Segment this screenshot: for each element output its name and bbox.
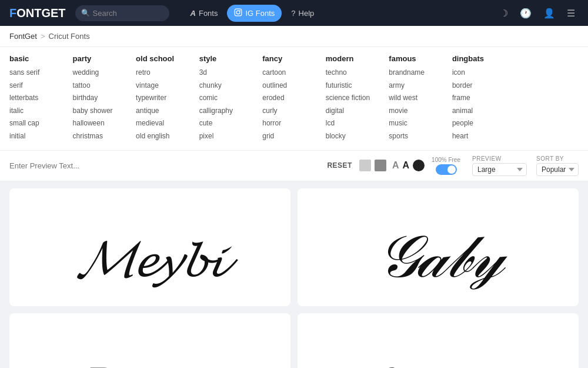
cat-link[interactable]: medieval [136, 117, 199, 130]
breadcrumb-separator: > [41, 32, 45, 41]
cat-link[interactable]: wild west [389, 92, 452, 105]
cat-link[interactable]: lcd [326, 117, 389, 130]
cat-link[interactable]: brandname [389, 67, 452, 79]
mid-color-option[interactable] [375, 160, 386, 171]
cat-link[interactable]: vintage [136, 79, 199, 92]
cat-link[interactable]: sports [389, 130, 452, 143]
search-input[interactable] [75, 5, 169, 21]
cat-link[interactable]: sans serif [9, 67, 73, 79]
cat-link-halloween[interactable]: halloween [73, 117, 136, 130]
cat-link[interactable]: letterbats [9, 92, 73, 105]
cat-link[interactable]: icon [452, 67, 516, 79]
cat-link[interactable]: antique [136, 105, 199, 118]
category-nav: basic sans serif serif letterbats italic… [0, 47, 588, 151]
cat-link[interactable]: army [389, 79, 452, 92]
cat-link[interactable]: science fiction [326, 92, 389, 105]
cat-link[interactable]: futuristic [326, 79, 389, 92]
cat-link[interactable]: serif [9, 79, 73, 92]
toggle-label: 100% Free [432, 157, 460, 163]
category-oldschool-title: old school [136, 54, 199, 63]
svg-text:𝒪𝓇𝒽𝓎𝒹𝑒𝒶: 𝒪𝓇𝒽𝓎𝒹𝑒𝒶 [354, 359, 527, 368]
nav-fonts[interactable]: A Fonts [183, 5, 225, 21]
help-icon: ? [291, 9, 295, 18]
ig-icon [234, 8, 242, 18]
cat-link[interactable]: cartoon [262, 67, 326, 79]
user-button[interactable]: 👤 [540, 4, 559, 22]
category-oldschool: old school retro vintage typewriter anti… [136, 54, 199, 143]
category-basic: basic sans serif serif letterbats italic… [9, 54, 73, 143]
menu-button[interactable]: ☰ [563, 4, 579, 22]
cat-link[interactable]: border [452, 79, 516, 92]
history-button[interactable]: 🕐 [516, 4, 535, 22]
category-party-title: party [73, 54, 136, 63]
cat-link[interactable]: retro [136, 67, 199, 79]
nav-help[interactable]: ? Help [284, 5, 321, 21]
reset-button[interactable]: RESET [327, 161, 352, 170]
category-fancy-title: fancy [262, 54, 326, 63]
cat-link[interactable]: blocky [326, 130, 389, 143]
preview-text-input[interactable] [9, 161, 320, 170]
cat-link[interactable]: grid [262, 130, 326, 143]
cat-link[interactable]: music [389, 117, 452, 130]
free-toggle[interactable] [436, 164, 457, 175]
cat-link[interactable]: cute [199, 117, 263, 130]
preview-size-group: PREVIEW Large Small Medium Extra Large [472, 155, 527, 176]
cat-link[interactable]: birthday [73, 92, 136, 105]
toolbar: RESET A A 100% Free PREVIEW Large Small … [0, 151, 588, 181]
font-card-orhydea[interactable]: 𝒪𝓇𝒽𝓎𝒹𝑒𝒶 [298, 313, 579, 368]
cat-link[interactable]: baby shower [73, 105, 136, 118]
cat-link[interactable]: digital [326, 105, 389, 118]
cat-link[interactable]: pixel [199, 130, 263, 143]
cat-link[interactable]: tattoo [73, 79, 136, 92]
category-dingbats: dingbats icon border frame animal people… [452, 54, 516, 143]
font-preview-light: A [392, 160, 399, 171]
font-card-bigdey[interactable]: 𝐵𝒾𝑔𝒹𝑒𝓎 [9, 313, 290, 368]
svg-point-2 [240, 9, 241, 11]
font-card-meybi[interactable]: 𝓜𝓮𝔂𝓫𝓲 [9, 188, 290, 306]
cat-link[interactable]: 3d [199, 67, 263, 79]
cat-link[interactable]: horror [262, 117, 326, 130]
font-preview-gaby: 𝒢𝒶𝒷𝓎 [303, 200, 573, 294]
cat-link[interactable]: movie [389, 105, 452, 118]
cat-link[interactable]: wedding [73, 67, 136, 79]
svg-point-1 [237, 11, 240, 14]
cat-link[interactable]: old english [136, 130, 199, 143]
cat-link-calligraphy[interactable]: calligraphy [199, 105, 263, 118]
cat-link[interactable]: techno [326, 67, 389, 79]
light-color-option[interactable] [359, 160, 371, 171]
font-preview-dark: A [403, 160, 410, 171]
preview-size-select[interactable]: Large Small Medium Extra Large [472, 163, 527, 176]
cat-link[interactable]: eroded [262, 92, 326, 105]
breadcrumb-home[interactable]: FontGet [9, 32, 37, 41]
color-options: A A [359, 160, 425, 171]
cat-link[interactable]: typewriter [136, 92, 199, 105]
cat-link[interactable]: heart [452, 130, 516, 143]
breadcrumb: FontGet > Cricut Fonts [0, 26, 588, 47]
sort-by-select[interactable]: Popular Newest A-Z Z-A [536, 163, 579, 176]
font-preview-bigdey: 𝐵𝒾𝑔𝒹𝑒𝓎 [38, 325, 262, 368]
category-style: style 3d chunky comic calligraphy cute p… [199, 54, 263, 143]
font-card-gaby[interactable]: 𝒢𝒶𝒷𝓎 [298, 188, 579, 306]
theme-toggle-button[interactable]: ☽ [496, 4, 512, 22]
breadcrumb-current: Cricut Fonts [49, 32, 90, 41]
search-wrapper: 🔍 [75, 5, 169, 21]
cat-link-people[interactable]: people [452, 117, 516, 130]
fonts-icon: A [191, 9, 196, 18]
header-icons: ☽ 🕐 👤 ☰ [496, 4, 579, 22]
category-style-title: style [199, 54, 263, 63]
cat-link[interactable]: comic [199, 92, 263, 105]
cat-link-curly[interactable]: curly [262, 105, 326, 118]
cat-link[interactable]: initial [9, 130, 73, 143]
cat-link[interactable]: chunky [199, 79, 263, 92]
cat-link[interactable]: christmas [73, 130, 136, 143]
nav-ig-fonts[interactable]: IG Fonts [227, 5, 282, 22]
category-famous: famous brandname army wild west movie mu… [389, 54, 452, 143]
category-fancy: fancy cartoon outlined eroded curly horr… [262, 54, 326, 143]
cat-link[interactable]: italic [9, 105, 73, 118]
dark-color-option[interactable] [413, 160, 425, 171]
cat-link[interactable]: animal [452, 105, 516, 118]
cat-link[interactable]: frame [452, 92, 516, 105]
cat-link-outlined[interactable]: outlined [262, 79, 326, 92]
svg-text:𝐵𝒾𝑔𝒹𝑒𝓎: 𝐵𝒾𝑔𝒹𝑒𝓎 [75, 356, 229, 368]
cat-link[interactable]: small cap [9, 117, 73, 130]
